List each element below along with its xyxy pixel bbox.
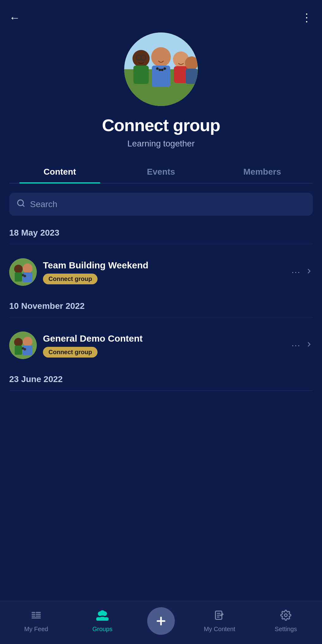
- date-divider-3: [9, 390, 313, 391]
- svg-rect-10: [152, 66, 170, 87]
- date-label-1: 18 May 2023: [9, 228, 313, 238]
- svg-point-13: [161, 69, 163, 71]
- item-actions-1: ···: [292, 267, 313, 277]
- svg-point-23: [14, 265, 23, 273]
- search-bar: [9, 193, 313, 216]
- svg-point-31: [14, 338, 23, 347]
- svg-rect-5: [133, 66, 149, 84]
- item-thumbnail-2: [9, 331, 37, 359]
- date-section-2: 10 November 2022 Ge: [9, 301, 313, 368]
- bottom-navigation: My Feed Groups: [0, 601, 322, 644]
- svg-rect-18: [186, 69, 198, 84]
- date-section-1: 18 May 2023 Team Bu: [9, 228, 313, 295]
- svg-point-28: [24, 275, 26, 277]
- bottom-spacer: [9, 400, 313, 455]
- item-actions-2: ···: [292, 340, 313, 350]
- tab-events[interactable]: Events: [110, 161, 212, 183]
- item-tag-2: Connect group: [43, 347, 98, 358]
- date-section-3: 23 June 2022: [9, 374, 313, 391]
- group-title: Connect group: [102, 115, 220, 135]
- svg-rect-32: [15, 346, 22, 355]
- item-info-2: General Demo Content Connect group: [43, 333, 286, 358]
- my-content-icon: [214, 610, 225, 623]
- chevron-right-icon-1: [305, 267, 313, 277]
- svg-point-36: [24, 348, 26, 350]
- svg-point-9: [151, 47, 171, 67]
- date-label-3: 23 June 2022: [9, 374, 313, 384]
- header-nav: ← ⋮: [9, 12, 313, 23]
- tab-content[interactable]: Content: [9, 161, 110, 183]
- svg-rect-34: [23, 346, 33, 355]
- tabs-bar: Content Events Members: [9, 161, 313, 184]
- date-divider-2: [9, 317, 313, 317]
- item-more-button-2[interactable]: ···: [292, 340, 301, 350]
- svg-rect-26: [23, 272, 33, 282]
- item-title-2: General Demo Content: [43, 333, 286, 344]
- nav-item-my-content[interactable]: My Content: [198, 610, 241, 633]
- more-options-button[interactable]: ⋮: [301, 12, 313, 23]
- svg-point-25: [23, 263, 33, 273]
- nav-label-my-feed: My Feed: [24, 626, 48, 633]
- back-button[interactable]: ←: [9, 12, 20, 23]
- nav-add-button[interactable]: [147, 607, 175, 635]
- nav-label-my-content: My Content: [204, 626, 235, 633]
- tab-members[interactable]: Members: [212, 161, 313, 183]
- nav-label-settings: Settings: [275, 626, 297, 633]
- item-info-1: Team Building Weekend Connect group: [43, 260, 286, 284]
- list-item[interactable]: Team Building Weekend Connect group ···: [9, 253, 313, 295]
- search-icon: [17, 199, 25, 210]
- date-divider-1: [9, 244, 313, 244]
- my-feed-icon: [31, 610, 42, 623]
- nav-item-my-feed[interactable]: My Feed: [15, 610, 58, 633]
- groups-icon: [96, 610, 109, 623]
- item-tag-1: Connect group: [43, 274, 98, 284]
- svg-point-17: [185, 56, 198, 70]
- group-tagline: Learning together: [127, 139, 195, 149]
- header: ← ⋮: [0, 0, 322, 184]
- nav-item-settings[interactable]: Settings: [264, 610, 307, 633]
- content-area: 18 May 2023 Team Bu: [0, 184, 322, 455]
- list-item[interactable]: General Demo Content Connect group ···: [9, 327, 313, 368]
- svg-point-11: [156, 67, 159, 70]
- svg-point-12: [159, 69, 161, 71]
- svg-point-56: [285, 614, 287, 616]
- svg-point-33: [23, 337, 33, 347]
- nav-item-groups[interactable]: Groups: [81, 610, 124, 633]
- settings-icon: [280, 610, 291, 623]
- svg-point-14: [163, 67, 166, 70]
- svg-point-46: [100, 610, 105, 616]
- date-label-2: 10 November 2022: [9, 301, 313, 311]
- nav-label-groups: Groups: [92, 626, 113, 633]
- item-thumbnail-1: [9, 258, 37, 286]
- group-avatar: [124, 32, 198, 106]
- chevron-right-icon-2: [305, 340, 313, 350]
- svg-line-20: [22, 205, 24, 206]
- item-title-1: Team Building Weekend: [43, 260, 286, 271]
- item-more-button-1[interactable]: ···: [292, 267, 301, 277]
- svg-rect-24: [15, 272, 22, 282]
- search-input[interactable]: [30, 199, 305, 209]
